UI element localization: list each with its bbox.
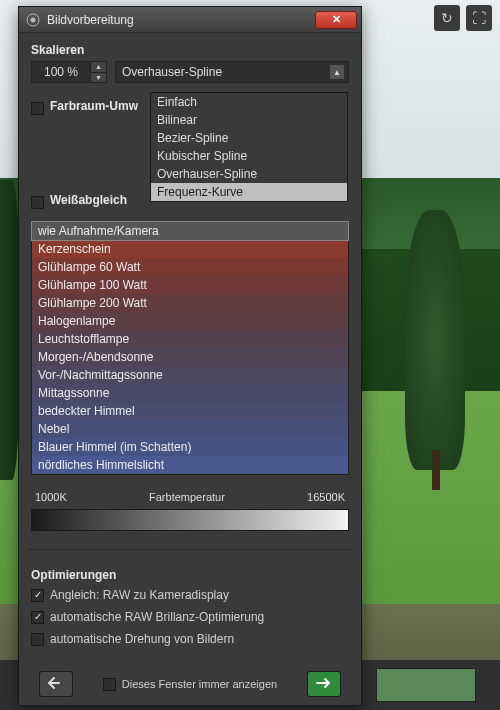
optimization-row: automatische Drehung von Bildern: [31, 632, 349, 646]
whitebalance-item[interactable]: Blauer Himmel (im Schatten): [32, 438, 348, 456]
temp-center-label: Farbtemperatur: [149, 491, 225, 503]
interpolation-option[interactable]: Bezier-Spline: [151, 129, 347, 147]
window-title: Bildvorbereitung: [47, 13, 315, 27]
whitebalance-item[interactable]: Halogenlampe: [32, 312, 348, 330]
whitebalance-item[interactable]: nördliches Himmelslicht: [32, 456, 348, 474]
optimization-checkbox[interactable]: [31, 633, 44, 646]
spinner-down-icon[interactable]: ▼: [91, 72, 106, 82]
color-temp-slider[interactable]: [31, 509, 349, 531]
arrow-right-icon: [315, 677, 333, 692]
refresh-icon[interactable]: ↻: [434, 5, 460, 31]
interpolation-option[interactable]: Kubischer Spline: [151, 147, 347, 165]
scale-spinner[interactable]: 100 % ▲ ▼: [31, 61, 107, 83]
interpolation-combo[interactable]: Overhauser-Spline ▲: [115, 61, 349, 83]
whitebalance-item[interactable]: Glühlampe 60 Watt: [32, 258, 348, 276]
whitebalance-item[interactable]: Nebel: [32, 420, 348, 438]
interpolation-dropdown: EinfachBilinearBezier-SplineKubischer Sp…: [150, 92, 348, 202]
undo-icon: [47, 676, 65, 693]
heading-optimierungen: Optimierungen: [31, 568, 349, 582]
close-icon: ✕: [332, 13, 341, 26]
always-show-label: Dieses Fenster immer anzeigen: [122, 678, 277, 690]
interpolation-option[interactable]: Overhauser-Spline: [151, 165, 347, 183]
color-temp-block: 1000K Farbtemperatur 16500K: [31, 491, 349, 531]
whitebalance-item[interactable]: Vor-/Nachmittagssonne: [32, 366, 348, 384]
heading-weissabgleich: Weißabgleich: [50, 193, 127, 207]
temp-max-label: 16500K: [307, 491, 345, 503]
titlebar[interactable]: Bildvorbereitung ✕: [19, 7, 361, 33]
whitebalance-item[interactable]: Mittagssonne: [32, 384, 348, 402]
scale-value: 100 %: [32, 65, 90, 79]
spinner-up-icon[interactable]: ▲: [91, 62, 106, 72]
whitebalance-item[interactable]: Morgen-/Abendsonne: [32, 348, 348, 366]
app-icon: [25, 12, 41, 28]
optimization-label: automatische RAW Brillanz-Optimierung: [50, 610, 264, 624]
whitebalance-item[interactable]: Glühlampe 200 Watt: [32, 294, 348, 312]
heading-farbraum: Farbraum-Umw: [50, 99, 138, 113]
image-prep-dialog: Bildvorbereitung ✕ Skalieren 100 % ▲ ▼ O…: [18, 6, 362, 706]
chevron-up-icon: ▲: [330, 65, 344, 79]
always-show-checkbox[interactable]: [103, 678, 116, 691]
svg-point-1: [31, 17, 36, 22]
farbraum-checkbox[interactable]: [31, 102, 44, 115]
whitebalance-item[interactable]: bedeckter Himmel: [32, 402, 348, 420]
dialog-footer: Dieses Fenster immer anzeigen: [31, 667, 349, 697]
interpolation-option[interactable]: Einfach: [151, 93, 347, 111]
heading-skalieren: Skalieren: [31, 43, 349, 57]
temp-min-label: 1000K: [35, 491, 67, 503]
optimization-row: automatische RAW Brillanz-Optimierung: [31, 610, 349, 624]
main-toolbar: ↻ ⛶: [434, 4, 492, 32]
optimization-label: Angleich: RAW zu Kameradisplay: [50, 588, 229, 602]
whitebalance-item[interactable]: wie Aufnahme/Kamera: [32, 222, 348, 240]
optimization-label: automatische Drehung von Bildern: [50, 632, 234, 646]
bg-tree: [0, 180, 20, 480]
optimization-row: Angleich: RAW zu Kameradisplay: [31, 588, 349, 602]
undo-button[interactable]: [39, 671, 73, 697]
section-skalieren: Skalieren 100 % ▲ ▼ Overhauser-Spline ▲: [31, 43, 349, 83]
bg-tree: [405, 210, 465, 470]
optimization-checkbox[interactable]: [31, 611, 44, 624]
optimization-checkbox[interactable]: [31, 589, 44, 602]
whitebalance-list: wie Aufnahme/KameraKerzenscheinGlühlampe…: [31, 221, 349, 475]
interpolation-option[interactable]: Bilinear: [151, 111, 347, 129]
divider: [27, 549, 353, 550]
weissabgleich-checkbox[interactable]: [31, 196, 44, 209]
proceed-button[interactable]: [307, 671, 341, 697]
interpolation-option[interactable]: Frequenz-Kurve: [151, 183, 347, 201]
close-button[interactable]: ✕: [315, 11, 357, 29]
bottom-action-button[interactable]: [376, 668, 476, 702]
section-optimierungen: Optimierungen Angleich: RAW zu Kameradis…: [31, 568, 349, 646]
whitebalance-item[interactable]: Leuchtstofflampe: [32, 330, 348, 348]
interpolation-combo-value: Overhauser-Spline: [122, 65, 222, 79]
whitebalance-item[interactable]: Kerzenschein: [32, 240, 348, 258]
whitebalance-item[interactable]: Glühlampe 100 Watt: [32, 276, 348, 294]
fullscreen-icon[interactable]: ⛶: [466, 5, 492, 31]
